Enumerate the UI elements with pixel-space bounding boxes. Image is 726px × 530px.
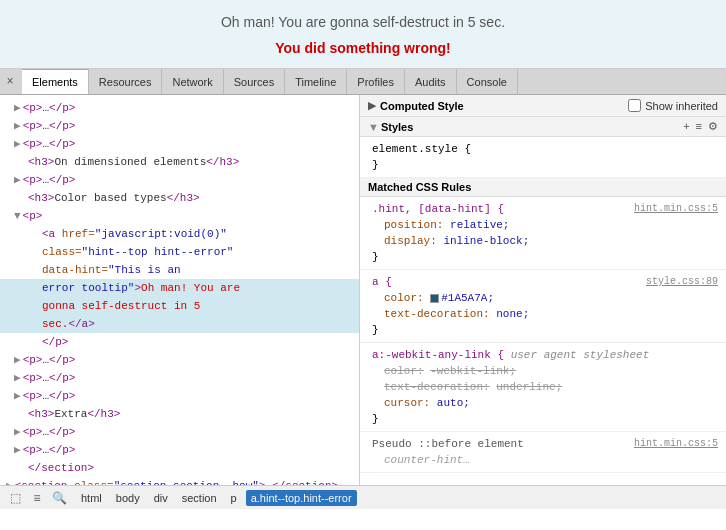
css-rule-webkit: a:-webkit-any-link { user agent styleshe…: [360, 343, 726, 432]
list-item[interactable]: </section>: [0, 459, 359, 477]
show-inherited-control: Show inherited: [628, 99, 718, 112]
inspect-icon[interactable]: ⬚: [6, 489, 24, 507]
css-close-brace: }: [372, 411, 718, 427]
css-close-brace: }: [372, 322, 718, 338]
tab-audits[interactable]: Audits: [405, 69, 457, 94]
styles-panel: ▶ Computed Style Show inherited ▼ Styles…: [360, 95, 726, 485]
css-prop-display: display: inline-block;: [372, 233, 718, 249]
css-prop-color-webkit: color: -webkit-link;: [372, 363, 718, 379]
list-item[interactable]: ▶<p>…</p>: [0, 351, 359, 369]
styles-toolbar: + ≡ ⚙: [683, 120, 718, 133]
list-item[interactable]: sec.</a>: [0, 315, 359, 333]
breadcrumb-active[interactable]: a.hint--top.hint--error: [246, 490, 357, 506]
pseudo-header: hint.min.css:5 Pseudo ::before element: [372, 436, 718, 452]
list-item[interactable]: ▶<p>…</p>: [0, 135, 359, 153]
list-item[interactable]: data-hint="This is an: [0, 261, 359, 279]
css-prop-color: color: #1A5A7A;: [372, 290, 718, 306]
devtools-main: ▶<p>…</p> ▶<p>…</p> ▶<p>…</p> <h3>On dim…: [0, 95, 726, 485]
search-icon[interactable]: 🔍: [50, 489, 68, 507]
css-rule-a: style.css:89 a { color: #1A5A7A; text-de…: [360, 270, 726, 343]
breadcrumb-icons: ⬚ ≡ 🔍: [6, 489, 68, 507]
tab-sources[interactable]: Sources: [224, 69, 285, 94]
tab-network[interactable]: Network: [162, 69, 223, 94]
preview-line1: Oh man! You are gonna self-destruct in 5…: [0, 14, 726, 30]
css-source-link[interactable]: hint.min.css:5: [634, 201, 718, 217]
list-item[interactable]: <h3>Extra</h3>: [0, 405, 359, 423]
breadcrumb-div[interactable]: div: [149, 490, 173, 506]
list-item[interactable]: ▶<p>…</p>: [0, 171, 359, 189]
list-item[interactable]: ▶<p>…</p>: [0, 441, 359, 459]
computed-style-title: Computed Style: [380, 100, 628, 112]
breadcrumb: ⬚ ≡ 🔍 html body div section p a.hint--to…: [0, 485, 726, 509]
css-selector: style.css:89 a {: [372, 274, 718, 290]
computed-style-toggle[interactable]: ▶: [368, 99, 376, 112]
css-rule-pseudo: hint.min.css:5 Pseudo ::before element c…: [360, 432, 726, 473]
css-selector: hint.min.css:5 .hint, [data-hint] {: [372, 201, 718, 217]
breadcrumb-body[interactable]: body: [111, 490, 145, 506]
breadcrumb-section[interactable]: section: [177, 490, 222, 506]
tab-resources[interactable]: Resources: [89, 69, 163, 94]
matched-css-header: Matched CSS Rules: [360, 178, 726, 197]
preview-area: Oh man! You are gonna self-destruct in 5…: [0, 0, 726, 69]
tab-timeline[interactable]: Timeline: [285, 69, 347, 94]
pseudo-hint: counter-hint…: [372, 452, 718, 468]
add-rule-icon[interactable]: +: [683, 120, 689, 133]
close-button[interactable]: ×: [2, 74, 18, 90]
css-source-link[interactable]: style.css:89: [646, 274, 718, 290]
list-item[interactable]: class="hint--top hint--error": [0, 243, 359, 261]
list-item[interactable]: <h3>On dimensioned elements</h3>: [0, 153, 359, 171]
tab-profiles[interactable]: Profiles: [347, 69, 405, 94]
color-swatch: [430, 294, 439, 303]
list-item[interactable]: ▶<p>…</p>: [0, 99, 359, 117]
css-source-link[interactable]: hint.min.css:5: [634, 436, 718, 452]
list-item[interactable]: ▶<section class="section section--how">……: [0, 477, 359, 485]
element-style-close: }: [372, 157, 718, 173]
css-prop-cursor: cursor: auto;: [372, 395, 718, 411]
elements-panel: ▶<p>…</p> ▶<p>…</p> ▶<p>…</p> <h3>On dim…: [0, 95, 360, 485]
styles-title: Styles: [381, 121, 683, 133]
tab-elements[interactable]: Elements: [22, 69, 89, 94]
element-style-selector: element.style {: [372, 141, 718, 157]
css-close-brace: }: [372, 249, 718, 265]
show-inherited-label: Show inherited: [645, 100, 718, 112]
list-item[interactable]: </p>: [0, 333, 359, 351]
settings-icon[interactable]: ⚙: [708, 120, 718, 133]
user-agent-note: user agent stylesheet: [511, 349, 650, 361]
list-item[interactable]: <h3>Color based types</h3>: [0, 189, 359, 207]
styles-toggle[interactable]: ▼: [368, 121, 379, 133]
css-prop-position: position: relative;: [372, 217, 718, 233]
styles-header: ▼ Styles + ≡ ⚙: [360, 117, 726, 137]
css-prop-text-decoration: text-decoration: none;: [372, 306, 718, 322]
breadcrumb-html[interactable]: html: [76, 490, 107, 506]
list-item[interactable]: gonna self-destruct in 5: [0, 297, 359, 315]
tab-console[interactable]: Console: [457, 69, 518, 94]
breadcrumb-p[interactable]: p: [226, 490, 242, 506]
list-item[interactable]: error tooltip">Oh man! You are: [0, 279, 359, 297]
list-item[interactable]: ▶<p>…</p>: [0, 117, 359, 135]
list-item[interactable]: <a href="javascript:void(0)": [0, 225, 359, 243]
show-inherited-checkbox[interactable]: [628, 99, 641, 112]
list-item[interactable]: ▶<p>…</p>: [0, 369, 359, 387]
preview-line2: You did something wrong!: [0, 40, 726, 56]
computed-style-header: ▶ Computed Style Show inherited: [360, 95, 726, 117]
element-style-block: element.style { }: [360, 137, 726, 178]
css-prop-textdecoration-webkit: text-decoration: underline;: [372, 379, 718, 395]
list-item[interactable]: ▶<p>…</p>: [0, 423, 359, 441]
toggle-view-icon[interactable]: ≡: [696, 120, 702, 133]
css-selector: a:-webkit-any-link { user agent styleshe…: [372, 347, 718, 363]
list-item[interactable]: ▶<p>…</p>: [0, 387, 359, 405]
list-icon[interactable]: ≡: [28, 489, 46, 507]
css-rule-hint: hint.min.css:5 .hint, [data-hint] { posi…: [360, 197, 726, 270]
devtools-tabs: × Elements Resources Network Sources Tim…: [0, 69, 726, 95]
list-item[interactable]: ▼<p>: [0, 207, 359, 225]
